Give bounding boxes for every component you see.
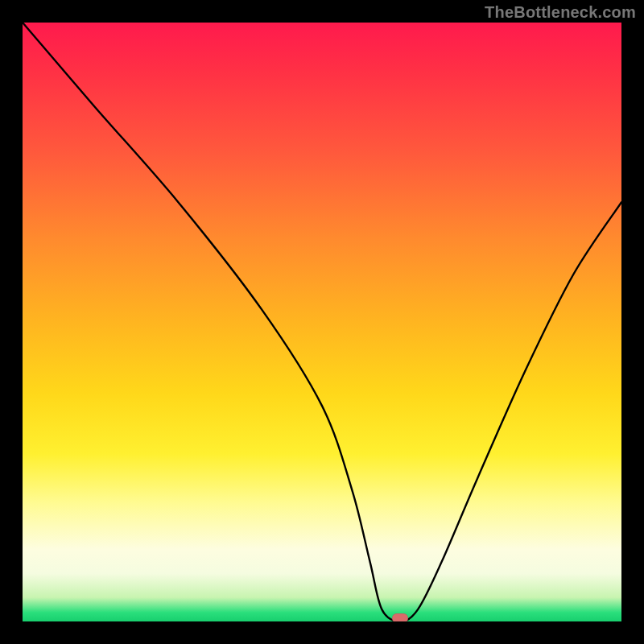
bottleneck-curve <box>23 23 621 621</box>
plot-area <box>23 23 621 621</box>
watermark-text: TheBottleneck.com <box>485 3 636 22</box>
chart-frame: TheBottleneck.com <box>0 0 644 644</box>
bottleneck-marker <box>392 613 408 621</box>
